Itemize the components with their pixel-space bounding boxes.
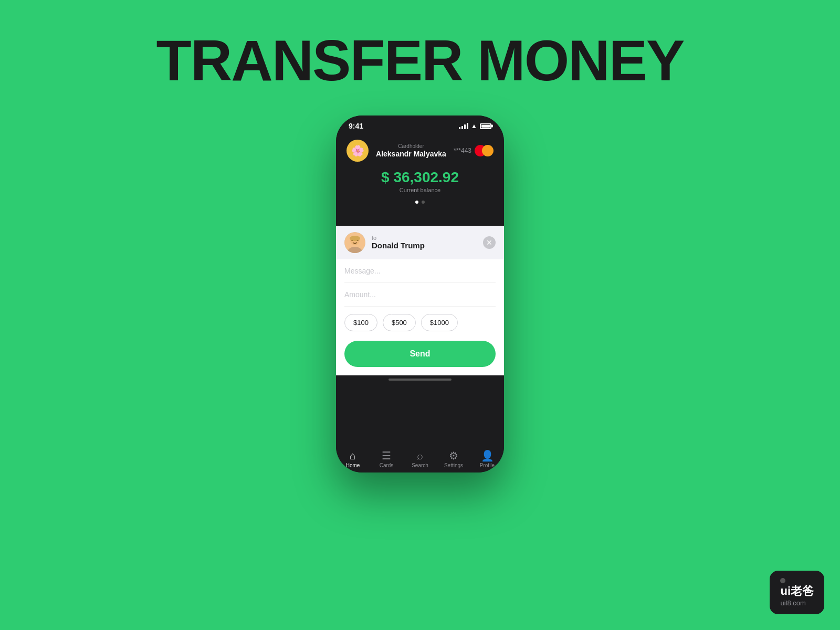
nav-settings[interactable]: ⚙ Settings <box>440 450 467 468</box>
wifi-icon: ▲ <box>471 122 477 130</box>
watermark-dot <box>780 578 785 583</box>
amount-100-button[interactable]: $100 <box>344 314 377 331</box>
watermark-top <box>780 578 814 583</box>
amount-field[interactable]: Amount... <box>344 283 496 307</box>
send-btn-wrapper: Send <box>336 339 504 375</box>
nav-cards-label: Cards <box>380 463 394 468</box>
dot-2 <box>422 201 425 204</box>
card-number-area: ***443 <box>454 145 494 156</box>
bottom-nav: ⌂ Home ☰ Cards ⌕ Search ⚙ Settings 👤 Pro… <box>336 445 504 472</box>
quick-amounts: $100 $500 $1000 <box>336 307 504 339</box>
phone-mockup: 9:41 ▲ 🌸 Cardhol <box>336 116 504 472</box>
search-icon: ⌕ <box>417 450 423 461</box>
form-area: Message... Amount... <box>336 259 504 307</box>
nav-profile[interactable]: 👤 Profile <box>474 450 500 468</box>
home-indicator <box>388 379 452 381</box>
recipient-avatar <box>344 232 365 253</box>
recipient-to-label: to <box>372 235 477 241</box>
mastercard-icon <box>475 145 494 156</box>
status-icons: ▲ <box>459 122 491 130</box>
message-field[interactable]: Message... <box>344 259 496 283</box>
cards-icon: ☰ <box>382 450 391 461</box>
content-area: to Donald Trump ✕ Message... Amount... $… <box>336 226 504 375</box>
page-title: TRANSFER MONEY <box>0 0 840 89</box>
nav-settings-label: Settings <box>444 463 463 468</box>
recipient-row[interactable]: to Donald Trump ✕ <box>336 226 504 259</box>
nav-search-label: Search <box>412 463 428 468</box>
recipient-close-button[interactable]: ✕ <box>483 236 496 249</box>
home-icon: ⌂ <box>350 450 356 461</box>
nav-search[interactable]: ⌕ Search <box>407 450 433 468</box>
settings-icon: ⚙ <box>449 450 458 461</box>
amount-1000-button[interactable]: $1000 <box>421 314 458 331</box>
balance-label: Current balance <box>346 187 494 193</box>
battery-icon <box>480 123 491 129</box>
card-pointer <box>415 219 425 226</box>
cardholder-label: Cardholder <box>369 143 454 149</box>
nav-profile-label: Profile <box>480 463 495 468</box>
nav-home-label: Home <box>346 463 360 468</box>
signal-icon <box>459 123 468 129</box>
watermark-sub: uil8.com <box>780 599 814 607</box>
status-bar: 9:41 ▲ <box>336 116 504 134</box>
nav-home[interactable]: ⌂ Home <box>340 450 366 468</box>
nav-cards[interactable]: ☰ Cards <box>373 450 400 468</box>
watermark: ui老爸 uil8.com <box>770 571 824 614</box>
recipient-name: Donald Trump <box>372 241 425 250</box>
card-last-digits: ***443 <box>454 147 471 154</box>
avatar: 🌸 <box>346 140 369 162</box>
status-time: 9:41 <box>349 122 363 130</box>
profile-icon: 👤 <box>481 450 494 461</box>
recipient-info: to Donald Trump <box>372 235 477 250</box>
pagination-dots <box>346 193 494 204</box>
cardholder-name: Aleksandr Malyavka <box>376 150 446 158</box>
send-button[interactable]: Send <box>344 341 496 367</box>
amount-500-button[interactable]: $500 <box>383 314 416 331</box>
balance-amount: $ 36,302.92 <box>346 169 494 186</box>
watermark-logo: ui老爸 <box>780 583 814 599</box>
dot-1 <box>415 201 418 204</box>
svg-point-5 <box>350 236 360 241</box>
card-header: 🌸 Cardholder Aleksandr Malyavka ***443 $… <box>336 134 504 219</box>
balance-section: $ 36,302.92 Current balance <box>346 169 494 193</box>
cardholder-info: Cardholder Aleksandr Malyavka <box>369 143 454 159</box>
